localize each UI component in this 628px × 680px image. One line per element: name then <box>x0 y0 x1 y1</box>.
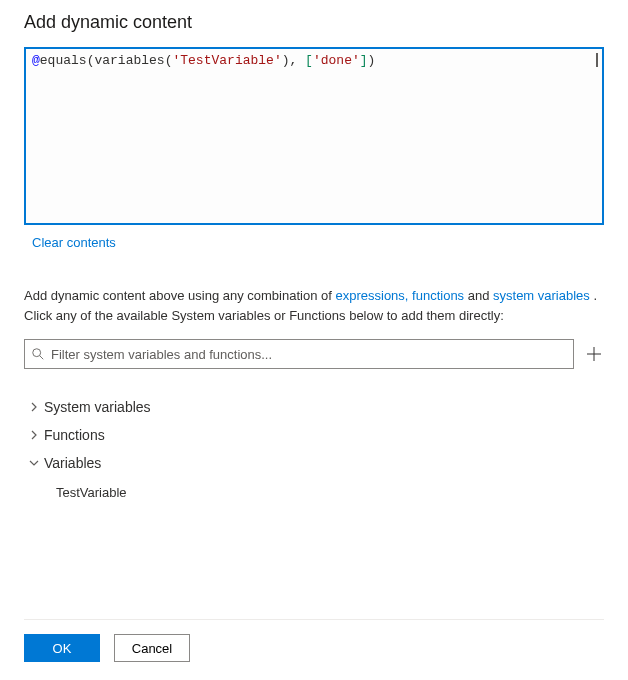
svg-line-1 <box>40 356 44 360</box>
plus-icon <box>586 346 602 362</box>
tree-item-variables[interactable]: Variables <box>24 449 604 477</box>
ok-button[interactable]: OK <box>24 634 100 662</box>
expression-editor[interactable]: @equals(variables('TestVariable'), ['don… <box>24 47 604 225</box>
code-bracket: [ <box>305 53 313 68</box>
tree-item-system-variables[interactable]: System variables <box>24 393 604 421</box>
code-string: 'TestVariable' <box>172 53 281 68</box>
svg-point-0 <box>33 349 41 357</box>
code-bracket: ] <box>360 53 368 68</box>
expressions-functions-link[interactable]: expressions, functions <box>335 288 464 303</box>
code-fn-equals: equals <box>40 53 87 68</box>
filter-input-wrapper[interactable] <box>24 339 574 369</box>
cancel-button[interactable]: Cancel <box>114 634 190 662</box>
code-at: @ <box>32 53 40 68</box>
chevron-down-icon <box>24 458 44 468</box>
code-paren: ) <box>282 53 290 68</box>
system-variables-link[interactable]: system variables <box>493 288 590 303</box>
tree-item-label: Functions <box>44 427 105 443</box>
code-string: 'done' <box>313 53 360 68</box>
code-fn-variables: variables <box>94 53 164 68</box>
tree-item-label: Variables <box>44 455 101 471</box>
add-button[interactable] <box>584 344 604 364</box>
search-icon <box>31 347 45 361</box>
tree-item-label: System variables <box>44 399 151 415</box>
filter-input[interactable] <box>51 347 567 362</box>
chevron-right-icon <box>24 430 44 440</box>
chevron-right-icon <box>24 402 44 412</box>
clear-contents-link[interactable]: Clear contents <box>32 235 604 250</box>
hint-text: Add dynamic content above using any comb… <box>24 286 604 325</box>
hint-mid: and <box>464 288 493 303</box>
tree-item-functions[interactable]: Functions <box>24 421 604 449</box>
editor-marker <box>596 53 598 67</box>
tree-subitem-testvariable[interactable]: TestVariable <box>24 477 604 506</box>
dialog-footer: OK Cancel <box>24 619 604 680</box>
dialog-title: Add dynamic content <box>24 12 604 33</box>
code-paren: ) <box>368 53 376 68</box>
tree-list: System variables Functions Variables Tes… <box>24 393 604 506</box>
hint-prefix: Add dynamic content above using any comb… <box>24 288 335 303</box>
code-comma: , <box>290 53 306 68</box>
